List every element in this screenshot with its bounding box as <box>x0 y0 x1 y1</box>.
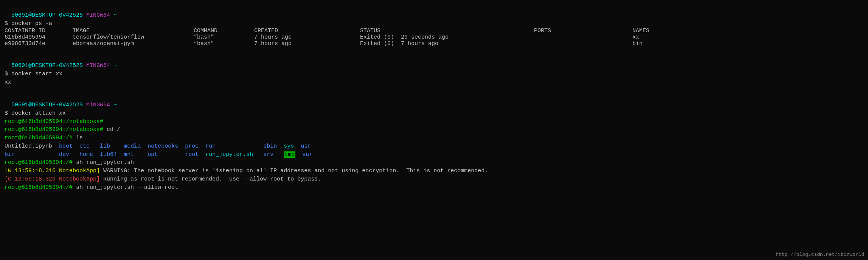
run-jupyter-allow-root: root@616b8d405994:/# sh run_jupyter.sh -… <box>5 184 863 192</box>
col-created: CREATED <box>254 28 360 34</box>
prompt-tilde-3: ~ <box>113 102 117 108</box>
prompt-shell-3: MINGW64 <box>83 102 110 108</box>
run-jupyter-prompt: root@616b8d405994:/# sh run_jupyter.sh <box>5 159 863 167</box>
command-line-2: $ docker start xx <box>5 70 863 78</box>
footer-url: http://blog.csdn.net/xbinworld <box>776 251 864 258</box>
command-2: “bash” <box>194 40 254 47</box>
command-line-3: $ docker attach xx <box>5 109 863 118</box>
status-2: Exited (0) 7 hours ago <box>360 40 534 47</box>
ports-2 <box>534 40 632 47</box>
command-1: “bash” <box>194 34 254 40</box>
col-ports: PORTS <box>534 28 632 34</box>
prompt-user-2: 50691@DESKTOP-0V4252S <box>11 62 83 69</box>
status-1: Exited (0) 29 seconds ago <box>360 34 534 40</box>
prompt-user-1: 50691@DESKTOP-0V4252S <box>11 12 83 19</box>
command-line-1: $ docker ps -a <box>5 20 863 28</box>
image-2: eboraas/openai-gym <box>73 40 194 47</box>
container-id-1: 616b8d405994 <box>5 34 73 40</box>
warning-line-1: [W 13:59:18.316 NotebookApp] WARNING: Th… <box>5 167 863 175</box>
attach-output-1: root@616b8d405994:/notebooks# <box>5 118 863 126</box>
col-names: NAMES <box>632 28 708 34</box>
col-container-id: CONTAINER ID <box>5 28 73 34</box>
col-status: STATUS <box>360 28 534 34</box>
created-2: 7 hours ago <box>254 40 360 47</box>
col-command: COMMAND <box>194 28 254 34</box>
ls-line-2: bin dev home lib64 mnt opt root run_jupy… <box>5 151 863 159</box>
col-image: IMAGE <box>73 28 194 34</box>
docker-table-header: CONTAINER ID IMAGE COMMAND CREATED STATU… <box>5 28 863 34</box>
table-row: e9986733d74e eboraas/openai-gym “bash” 7… <box>5 40 863 47</box>
container-id-2: e9986733d74e <box>5 40 73 47</box>
ls-line-1: Untitled.ipynb boot etc lib media notebo… <box>5 142 863 151</box>
name-2: bin <box>632 40 708 47</box>
attach-output-3: root@616b8d405994:/# ls <box>5 134 863 142</box>
warning-line-2: [C 13:59:18.329 NotebookApp] Running as … <box>5 175 863 184</box>
created-1: 7 hours ago <box>254 34 360 40</box>
prompt-tilde-2: ~ <box>113 62 117 69</box>
prompt-shell-2: MINGW64 <box>83 62 110 69</box>
tmp-dir: tmp <box>284 151 295 158</box>
ports-1 <box>534 34 632 40</box>
table-row: 616b8d405994 tensorflow/tensorflow “bash… <box>5 34 863 40</box>
image-1: tensorflow/tensorflow <box>73 34 194 40</box>
name-1: xx <box>632 34 708 40</box>
attach-output-2: root@616b8d405994:/notebooks# cd / <box>5 126 863 134</box>
prompt-tilde-1: ~ <box>113 12 117 19</box>
prompt-user-3: 50691@DESKTOP-0V4252S <box>11 102 83 108</box>
start-output: xx <box>5 78 863 87</box>
prompt-shell-1: MINGW64 <box>83 12 110 19</box>
